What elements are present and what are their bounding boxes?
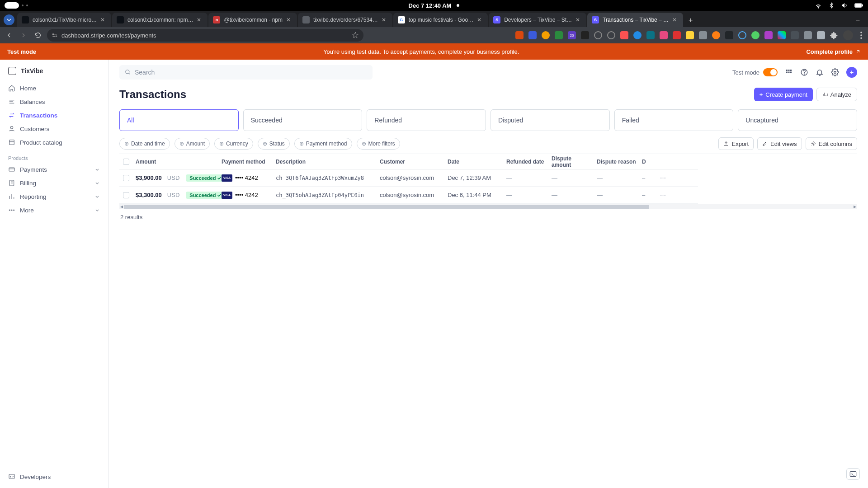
status-tab-failed[interactable]: Failed bbox=[614, 109, 734, 131]
extension-icon[interactable] bbox=[791, 31, 799, 39]
analyze-button[interactable]: Analyze bbox=[816, 88, 857, 101]
browser-tab[interactable]: colson0x1/TixVibe-micro…✕ bbox=[17, 13, 111, 27]
extension-icon[interactable] bbox=[515, 31, 524, 39]
settings-icon[interactable] bbox=[831, 68, 839, 76]
extensions-menu-icon[interactable] bbox=[830, 31, 838, 39]
search-input[interactable]: Search bbox=[119, 65, 373, 80]
sidebar-item-balances[interactable]: Balances bbox=[0, 95, 108, 108]
extension-icon[interactable] bbox=[804, 31, 812, 39]
close-tab-icon[interactable]: ✕ bbox=[672, 17, 679, 23]
browser-tab[interactable]: Gtop music festivals - Goo…✕ bbox=[393, 13, 488, 27]
select-all-checkbox[interactable] bbox=[123, 159, 129, 165]
edit-views-button[interactable]: Edit views bbox=[757, 137, 802, 150]
extension-icon[interactable] bbox=[686, 31, 694, 39]
back-button[interactable] bbox=[4, 30, 14, 41]
col-customer[interactable]: Customer bbox=[377, 159, 445, 165]
extension-icon[interactable] bbox=[528, 31, 537, 39]
filter-amount[interactable]: ⊕Amount bbox=[175, 138, 210, 150]
row-menu-icon[interactable]: ⋯ bbox=[660, 174, 666, 181]
bookmark-icon[interactable] bbox=[352, 32, 359, 39]
extension-icon[interactable] bbox=[673, 31, 681, 39]
extension-icon[interactable] bbox=[738, 31, 746, 39]
site-settings-icon[interactable] bbox=[52, 32, 58, 38]
row-checkbox[interactable] bbox=[123, 175, 129, 181]
close-tab-icon[interactable]: ✕ bbox=[100, 17, 107, 23]
extension-icon[interactable] bbox=[633, 31, 642, 39]
col-payment-method[interactable]: Payment method bbox=[219, 159, 273, 165]
extension-icon[interactable] bbox=[607, 31, 615, 39]
reload-button[interactable] bbox=[33, 30, 43, 41]
sidebar-item-transactions[interactable]: Transactions bbox=[0, 108, 108, 122]
extension-icon[interactable] bbox=[817, 31, 825, 39]
sidebar-item-product-catalog[interactable]: Product catalog bbox=[0, 136, 108, 149]
status-tab-disputed[interactable]: Disputed bbox=[491, 109, 610, 131]
status-tab-all[interactable]: All bbox=[119, 109, 239, 131]
extension-icon[interactable] bbox=[542, 31, 550, 39]
close-tab-icon[interactable]: ✕ bbox=[286, 17, 292, 23]
table-row[interactable]: $3,900.00USDSucceeded VISA•••• 4242 ch_3… bbox=[119, 169, 698, 187]
sidebar-item-payments[interactable]: Payments bbox=[0, 163, 108, 176]
account-switcher[interactable]: TixVibe bbox=[0, 64, 108, 81]
minimize-button[interactable]: − bbox=[851, 16, 864, 24]
status-tab-succeeded[interactable]: Succeeded bbox=[243, 109, 363, 131]
sidebar-item-home[interactable]: Home bbox=[0, 81, 108, 95]
feedback-button[interactable] bbox=[846, 468, 860, 480]
extension-icon[interactable] bbox=[725, 31, 733, 39]
extension-icon[interactable] bbox=[620, 31, 628, 39]
forward-button[interactable] bbox=[18, 30, 29, 41]
row-menu-icon[interactable]: ⋯ bbox=[660, 192, 666, 198]
col-dispute-reason[interactable]: Dispute reason bbox=[594, 159, 639, 165]
profile-avatar[interactable] bbox=[843, 30, 853, 40]
extension-icon[interactable] bbox=[660, 31, 668, 39]
tab-search-button[interactable] bbox=[4, 14, 14, 25]
close-tab-icon[interactable]: ✕ bbox=[197, 17, 203, 23]
apps-icon[interactable] bbox=[785, 68, 793, 76]
notifications-icon[interactable] bbox=[816, 68, 824, 76]
browser-tab[interactable]: tixvibe.dev/orders/67534…✕ bbox=[298, 13, 392, 27]
extension-icon[interactable] bbox=[555, 31, 563, 39]
table-row[interactable]: $3,300.00USDSucceeded VISA•••• 4242 ch_3… bbox=[119, 187, 698, 204]
extension-icon[interactable] bbox=[581, 31, 589, 39]
address-bar[interactable]: dashboard.stripe.com/test/payments bbox=[47, 29, 363, 42]
export-button[interactable]: Export bbox=[718, 137, 754, 150]
complete-profile-link[interactable]: Complete profile bbox=[806, 48, 861, 55]
filter-payment-method[interactable]: ⊕Payment method bbox=[294, 138, 352, 150]
filter-status[interactable]: ⊕Status bbox=[258, 138, 290, 150]
extension-icon[interactable] bbox=[751, 31, 760, 39]
new-tab-button[interactable]: + bbox=[684, 16, 697, 24]
extension-icon[interactable] bbox=[778, 31, 786, 39]
extension-icon[interactable] bbox=[646, 31, 655, 39]
create-payment-button[interactable]: + Create payment bbox=[754, 88, 813, 101]
filter-currency[interactable]: ⊕Currency bbox=[214, 138, 253, 150]
sidebar-item-customers[interactable]: Customers bbox=[0, 122, 108, 136]
close-tab-icon[interactable]: ✕ bbox=[576, 17, 582, 23]
help-icon[interactable] bbox=[800, 68, 808, 76]
status-tab-uncaptured[interactable]: Uncaptured bbox=[738, 109, 857, 131]
browser-tab[interactable]: SDevelopers – TixVibe – St…✕ bbox=[489, 13, 586, 27]
test-mode-toggle[interactable] bbox=[763, 68, 778, 76]
close-tab-icon[interactable]: ✕ bbox=[477, 17, 483, 23]
browser-menu-icon[interactable] bbox=[858, 31, 864, 39]
filter-more-filters[interactable]: ⊕More filters bbox=[357, 138, 400, 150]
browser-tab[interactable]: STransactions – TixVibe – …✕ bbox=[587, 13, 683, 27]
extension-icon[interactable]: 20 bbox=[568, 31, 576, 39]
col-truncated[interactable]: D bbox=[639, 159, 657, 165]
extension-icon[interactable] bbox=[699, 31, 707, 39]
close-tab-icon[interactable]: ✕ bbox=[382, 17, 388, 23]
filter-date-and-time[interactable]: ⊕Date and time bbox=[119, 138, 170, 150]
col-refunded-date[interactable]: Refunded date bbox=[504, 159, 549, 165]
status-tab-refunded[interactable]: Refunded bbox=[367, 109, 486, 131]
row-checkbox[interactable] bbox=[123, 192, 129, 198]
sidebar-item-reporting[interactable]: Reporting bbox=[0, 190, 108, 203]
browser-tab[interactable]: n@tixvibe/common - npm✕ bbox=[208, 13, 297, 27]
sidebar-item-developers[interactable]: Developers bbox=[0, 470, 108, 483]
col-description[interactable]: Description bbox=[273, 159, 377, 165]
extension-icon[interactable] bbox=[594, 31, 602, 39]
extension-icon[interactable] bbox=[712, 31, 720, 39]
col-amount[interactable]: Amount bbox=[133, 159, 219, 165]
sidebar-item-billing[interactable]: Billing bbox=[0, 176, 108, 190]
col-date[interactable]: Date bbox=[445, 159, 504, 165]
horizontal-scrollbar[interactable]: ◀ ▶ bbox=[119, 204, 857, 209]
sidebar-item-more[interactable]: More bbox=[0, 203, 108, 217]
create-button[interactable]: + bbox=[846, 67, 857, 78]
